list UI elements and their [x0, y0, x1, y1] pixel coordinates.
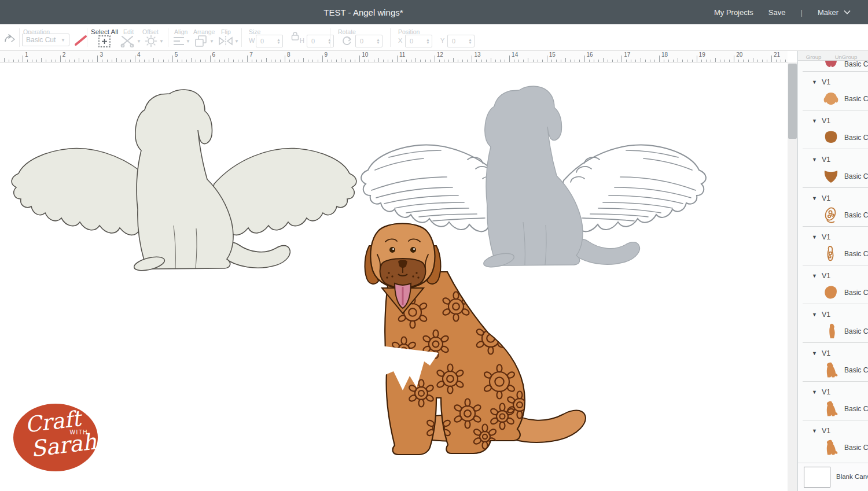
nav-separator: | [800, 8, 802, 17]
layer-group-row-4[interactable]: ▼V1 [812, 194, 830, 202]
layer-thumbnail [821, 400, 841, 418]
chevron-down-icon[interactable]: ▼ [812, 312, 817, 318]
layer-thumbnail [821, 168, 841, 185]
scrollbar-thumb[interactable] [788, 64, 797, 139]
position-x-input[interactable]: 0 ▲▼ [405, 35, 432, 47]
stepper-icon[interactable]: ▲▼ [466, 38, 474, 45]
chevron-down-icon: ▼ [234, 39, 239, 44]
flip-icon[interactable]: ▼ [218, 35, 239, 47]
layer-row-9[interactable]: Basic Cut [821, 400, 868, 418]
layer-group-name: V1 [822, 233, 830, 241]
chevron-down-icon[interactable]: ▼ [812, 118, 817, 124]
layer-group-row-3[interactable]: ▼V1 [812, 156, 830, 164]
cricut-design-space-window: TEST - Angel wings* My Projects Save | M… [0, 0, 868, 491]
layer-label: Basic Cut [844, 134, 868, 142]
rotate-input[interactable]: 0 ▲▼ [355, 35, 382, 47]
design-canvas[interactable] [0, 62, 788, 491]
blank-canvas-row[interactable]: Blank Canvas [798, 463, 868, 491]
offset-icon[interactable]: ▼ [144, 35, 164, 47]
layer-group-row-6[interactable]: ▼V1 [812, 272, 830, 280]
layer-thumbnail [821, 206, 841, 224]
layer-label: Basic Cut [844, 327, 868, 335]
chevron-down-icon[interactable]: ▼ [812, 389, 817, 395]
layer-label: Basic Cut [844, 60, 868, 68]
ruler-number: 20 [736, 51, 742, 58]
chevron-down-icon[interactable]: ▼ [812, 157, 817, 163]
edit-icon[interactable]: ▼ [120, 35, 141, 47]
layer-group-name: V1 [822, 194, 830, 202]
arrange-icon[interactable]: ▼ [194, 35, 214, 48]
layer-group-row-2[interactable]: ▼V1 [812, 117, 830, 125]
layer-row-6[interactable]: Basic Cut [821, 284, 868, 301]
layer-group-row-5[interactable]: ▼V1 [812, 233, 830, 241]
layer-group-name: V1 [822, 156, 830, 164]
ruler-number: 4 [137, 51, 141, 58]
layer-thumbnail [821, 129, 841, 146]
layer-row-5[interactable]: Basic Cut [821, 245, 868, 263]
layer-row-10[interactable]: Basic Cut [821, 439, 868, 456]
stepper-icon[interactable]: ▲▼ [275, 38, 282, 45]
align-icon[interactable]: ▼ [173, 36, 190, 46]
chevron-down-icon[interactable]: ▼ [812, 273, 817, 279]
chevron-down-icon[interactable]: ▼ [812, 79, 817, 85]
machine-select[interactable]: Maker [818, 8, 851, 17]
layer-thumbnail [821, 323, 841, 340]
ruler-number: 15 [549, 51, 556, 58]
layer-group-name: V1 [822, 117, 830, 125]
layer-label: Basic Cut [844, 250, 868, 258]
winged-dog-cream-silhouette[interactable] [12, 90, 356, 273]
ruler-number: 13 [474, 51, 480, 58]
layer-thumbnail [821, 245, 841, 263]
x-letter: X [398, 37, 402, 44]
layer-group-row-10[interactable]: ▼V1 [812, 427, 830, 435]
chevron-down-icon[interactable]: ▼ [812, 234, 817, 240]
layer-thumbnail [821, 90, 841, 108]
layer-row-1[interactable]: Basic Cut [821, 90, 868, 108]
rotate-icon[interactable] [341, 35, 352, 49]
layer-row-4[interactable]: Basic Cut [821, 206, 868, 224]
redo-icon[interactable] [4, 34, 17, 43]
layer-row-8[interactable]: Basic Cut [821, 361, 868, 379]
layer-label: Basic Cut [844, 289, 868, 297]
lock-icon[interactable] [290, 31, 300, 43]
chevron-down-icon[interactable]: ▼ [812, 428, 817, 434]
layer-row-2[interactable]: Basic Cut [821, 129, 868, 146]
ruler-number: 10 [362, 51, 368, 58]
layer-label: Basic Cut [844, 366, 868, 374]
layer-label: Basic Cut [844, 444, 868, 452]
select-all-icon[interactable] [98, 35, 111, 48]
layer-row-3[interactable]: Basic Cut [821, 168, 868, 185]
canvas-vertical-scrollbar[interactable] [788, 62, 797, 491]
chevron-down-icon: ▼ [61, 38, 65, 43]
operation-value: Basic Cut [26, 36, 56, 44]
chevron-down-icon[interactable]: ▼ [812, 195, 817, 201]
layer-label: Basic Cut [844, 95, 868, 103]
y-letter: Y [440, 37, 444, 44]
chevron-down-icon[interactable]: ▼ [812, 350, 817, 356]
stepper-icon[interactable]: ▲▼ [374, 38, 382, 45]
stepper-icon[interactable]: ▲▼ [424, 38, 432, 45]
layer-group-name: V1 [822, 427, 830, 435]
layer-group-row-9[interactable]: ▼V1 [812, 388, 830, 396]
width-input[interactable]: 0 ▲▼ [256, 35, 283, 47]
my-projects-link[interactable]: My Projects [714, 8, 753, 17]
canvas-artboard [0, 62, 788, 491]
layer-group-row-1[interactable]: ▼V1 [812, 78, 830, 86]
operation-select[interactable]: Basic Cut ▼ [22, 34, 69, 46]
layer-group-row-7[interactable]: ▼V1 [812, 311, 830, 319]
layer-group-row-8[interactable]: ▼V1 [812, 349, 830, 357]
save-button[interactable]: Save [768, 8, 786, 17]
ruler-number: 1 [25, 51, 28, 58]
machine-name: Maker [818, 8, 838, 17]
group-button-label: Group [798, 54, 829, 60]
layer-row-7[interactable]: Basic Cut [821, 323, 868, 340]
horizontal-ruler: 123456789101112131415161718192021 [0, 51, 788, 62]
ruler-number: 9 [325, 51, 328, 58]
ruler-number: 12 [437, 51, 443, 58]
ruler-number: 5 [175, 51, 178, 58]
layer-thumbnail [821, 284, 841, 301]
layer-thumbnail [821, 439, 841, 456]
ruler-number: 19 [699, 51, 705, 58]
position-y-input[interactable]: 0 ▲▼ [447, 35, 475, 47]
rotate-label: Rotate [338, 28, 356, 35]
